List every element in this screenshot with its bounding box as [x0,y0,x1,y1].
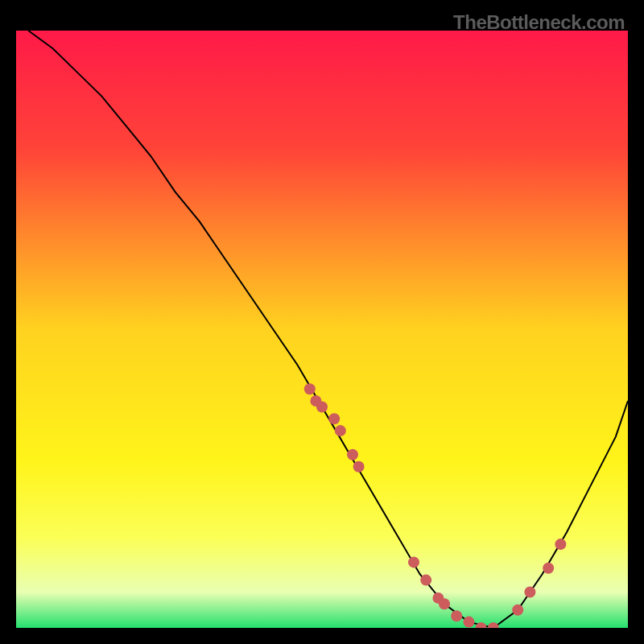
data-point [353,461,365,473]
chart-frame [16,31,628,628]
data-point [451,610,462,621]
chart-plot [16,31,628,628]
data-point [463,617,474,628]
data-point [347,449,358,460]
data-point [555,539,566,550]
data-point [524,587,535,598]
data-point [335,425,346,436]
chart-background [16,31,628,628]
data-point [316,402,328,413]
data-point [512,605,523,616]
data-point [543,563,554,574]
data-point [304,383,316,394]
data-point [439,598,450,609]
data-point [328,413,340,424]
data-point [408,556,419,568]
data-point [420,575,431,586]
